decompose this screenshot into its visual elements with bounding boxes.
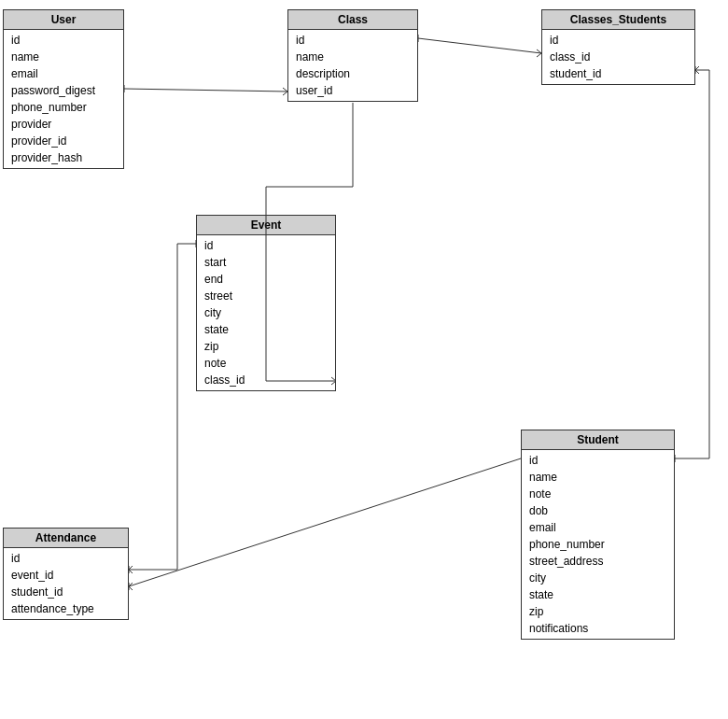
table-row: city — [522, 570, 674, 586]
crow-attend-s1 — [129, 583, 133, 586]
line-student-attend — [129, 458, 521, 586]
table-attendance: Attendance id event_id student_id attend… — [3, 528, 129, 620]
table-user-header: User — [4, 10, 123, 30]
table-row: description — [288, 65, 417, 82]
table-classes-students-body: id class_id student_id — [542, 30, 694, 84]
table-attendance-header: Attendance — [4, 529, 128, 548]
table-row: provider_id — [4, 133, 123, 149]
table-row: name — [4, 49, 123, 65]
table-row: name — [288, 49, 417, 65]
table-row: state — [197, 321, 335, 338]
table-row: zip — [197, 338, 335, 355]
line-class-cs — [418, 38, 541, 53]
table-row: class_id — [197, 372, 335, 388]
table-row: student_id — [542, 65, 694, 82]
table-row: name — [522, 469, 674, 486]
table-event: Event id start end street city state zip… — [196, 215, 336, 391]
table-row: provider_hash — [4, 149, 123, 166]
table-row: phone_number — [522, 536, 674, 553]
table-row: id — [4, 550, 128, 567]
table-row: street_address — [522, 553, 674, 570]
table-row: note — [197, 355, 335, 372]
table-row: id — [288, 32, 417, 49]
table-row: dob — [522, 502, 674, 519]
table-row: city — [197, 304, 335, 321]
crow-cs-s2 — [695, 70, 699, 74]
table-row: attendance_type — [4, 600, 128, 617]
table-row: end — [197, 271, 335, 288]
table-classes-students: Classes_Students id class_id student_id — [541, 9, 695, 85]
crow-cs-s1 — [695, 66, 699, 70]
table-row: start — [197, 254, 335, 271]
table-row: zip — [522, 603, 674, 620]
table-row: user_id — [288, 82, 417, 99]
table-class-header: Class — [288, 10, 417, 30]
table-student-body: id name note dob email phone_number stre… — [522, 450, 674, 639]
table-event-header: Event — [197, 216, 335, 235]
table-row: student_id — [4, 584, 128, 600]
table-user-body: id name email password_digest phone_numb… — [4, 30, 123, 168]
table-class: Class id name description user_id — [287, 9, 418, 102]
table-row: id — [542, 32, 694, 49]
crow-attend-e1 — [129, 566, 133, 570]
table-row: email — [522, 519, 674, 536]
table-row: phone_number — [4, 99, 123, 116]
crow-attend-s2 — [129, 586, 133, 590]
table-user: User id name email password_digest phone… — [3, 9, 124, 169]
table-row: id — [4, 32, 123, 49]
table-row: id — [522, 452, 674, 469]
table-row: event_id — [4, 567, 128, 584]
table-event-body: id start end street city state zip note … — [197, 235, 335, 390]
table-row: class_id — [542, 49, 694, 65]
table-student: Student id name note dob email phone_num… — [521, 430, 675, 640]
crow-attend-e2 — [129, 570, 133, 573]
line-user-class — [124, 89, 287, 92]
table-row: id — [197, 237, 335, 254]
table-attendance-body: id event_id student_id attendance_type — [4, 548, 128, 619]
table-row: notifications — [522, 620, 674, 637]
table-row: email — [4, 65, 123, 82]
table-row: note — [522, 486, 674, 502]
table-row: provider — [4, 116, 123, 133]
table-classes-students-header: Classes_Students — [542, 10, 694, 30]
table-row: street — [197, 288, 335, 304]
table-student-header: Student — [522, 430, 674, 450]
diagram-container: User id name email password_digest phone… — [0, 0, 728, 719]
table-row: password_digest — [4, 82, 123, 99]
table-class-body: id name description user_id — [288, 30, 417, 101]
table-row: state — [522, 586, 674, 603]
